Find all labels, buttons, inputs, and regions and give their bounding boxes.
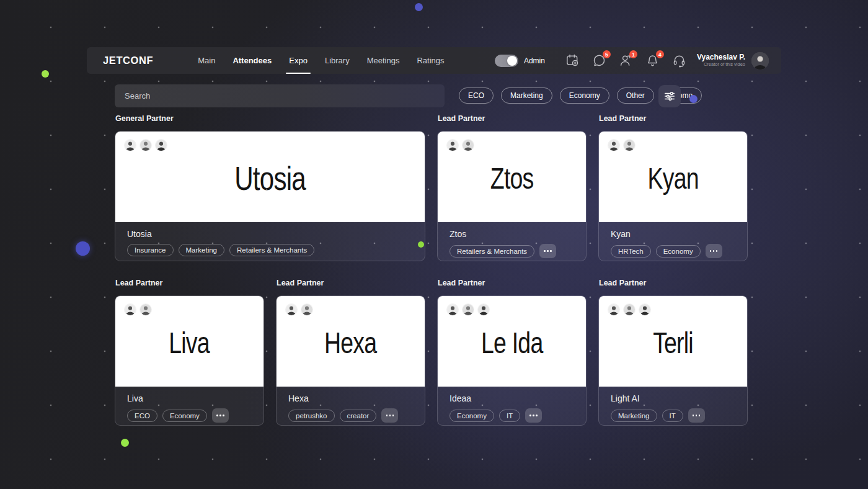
partner-logo-area: Terli [599,296,747,387]
more-options-button[interactable] [706,244,722,258]
partner-avatars [608,140,635,151]
member-avatar[interactable] [301,304,312,315]
decor-dot [121,439,129,447]
partner-tag-economy: Economy [162,410,207,422]
partner-logo-area: Liva [115,296,264,387]
user-avatar[interactable] [751,52,769,70]
member-avatar[interactable] [624,304,635,315]
user-profile-text: Vyacheslav P. Creator of this video [697,53,745,67]
partner-card-le-ida[interactable]: Le Ida Ideaa EconomyIT [437,295,587,426]
member-avatar[interactable] [447,140,458,151]
search-input[interactable] [115,84,445,107]
more-options-button[interactable] [525,408,542,423]
partner-tier-label: Lead Partner [438,279,587,288]
partner-tag-petrushko: petrushko [288,410,335,422]
filter-chip-other[interactable]: Other [617,87,654,104]
member-avatar[interactable] [125,304,136,315]
filter-chip-eco[interactable]: ECO [459,87,494,104]
member-avatar[interactable] [608,304,619,315]
bell-button[interactable]: 4 [645,53,660,68]
partner-name: Utosia [127,229,413,239]
headset-button[interactable] [671,53,687,68]
partner-card-footer: Light AI MarketingIT [599,387,747,425]
member-avatar[interactable] [478,304,489,315]
more-options-button[interactable] [381,408,398,423]
tab-library[interactable]: Library [316,47,358,74]
partner-tag-eco: ECO [127,410,157,422]
member-avatar[interactable] [140,140,151,151]
partner-card-utosia[interactable]: Utosia Utosia InsuranceMarketingRetailer… [115,131,425,261]
member-avatar[interactable] [463,140,474,151]
filter-button[interactable] [658,85,681,107]
partner-tier-label: Lead Partner [599,279,748,288]
tab-expo[interactable]: Expo [280,47,316,74]
sliders-icon [663,89,676,103]
person-add-button[interactable]: 1 [618,53,634,68]
partner-card-kyan[interactable]: Kyan Kyan HRTechEconomy [598,131,748,261]
partner-tag-marketing: Marketing [611,410,657,422]
partner-card-hexa[interactable]: Hexa Hexa petrushkocreator [276,295,425,426]
partner-avatars [608,304,650,315]
partner-tags: MarketingIT [611,408,735,423]
partner-card-footer: Hexa petrushkocreator [277,387,425,425]
chat-button[interactable]: 5 [591,53,607,68]
user-name: Vyacheslav P. [697,53,745,62]
member-avatar[interactable] [624,140,635,151]
partner-tier-label: Lead Partner [277,279,425,288]
partner-logo-area: Utosia [115,132,425,222]
partner-avatars [125,304,151,315]
tab-main[interactable]: Main [189,47,224,74]
partner-tags: InsuranceMarketingRetailers & Merchants [127,244,413,256]
partner-avatars [447,304,489,315]
partner-card-ztos[interactable]: Ztos Ztos Retailers & Merchants [437,131,587,261]
partner-avatars [447,140,474,151]
more-options-button[interactable] [212,408,229,423]
tab-ratings[interactable]: Ratings [408,47,453,74]
partner-logo-area: Kyan [599,132,747,222]
user-avatar-photo [751,52,769,70]
partner-name: Ideaa [450,393,574,403]
filter-chip-marketing[interactable]: Marketing [501,87,552,104]
partner-tier-label: Lead Partner [115,279,264,288]
partner-cell: Lead Partner Kyan Kyan HRTechEconomy [598,114,748,261]
partner-brand-logo: Utosia [234,159,306,197]
partner-tag-economy: Economy [450,410,494,422]
partner-tag-retailers-merchants: Retailers & Merchants [229,244,314,256]
partner-logo-area: Ztos [438,132,586,222]
more-options-button[interactable] [539,244,556,258]
decor-dot [42,70,49,78]
app-stage: JETCONF MainAttendeesExpoLibraryMeetings… [0,0,868,489]
member-avatar[interactable] [286,304,297,315]
member-avatar[interactable] [463,304,474,315]
partner-tags: HRTechEconomy [611,244,735,258]
partner-card-terli[interactable]: Terli Light AI MarketingIT [598,295,748,426]
partner-card-liva[interactable]: Liva Liva ECOEconomy [115,295,264,426]
member-avatar[interactable] [140,304,151,315]
partner-cards-grid: General Partner Utosia Utosia InsuranceM… [115,114,748,426]
member-avatar[interactable] [156,140,167,151]
tab-meetings[interactable]: Meetings [358,47,409,74]
filter-chip-economy[interactable]: Economy [560,87,609,104]
partner-logo-area: Le Ida [438,296,586,387]
partner-cell: General Partner Utosia Utosia InsuranceM… [115,114,425,261]
partner-tier-label: General Partner [115,114,425,123]
member-avatar[interactable] [639,304,650,315]
partner-brand-logo: Hexa [324,326,376,360]
partner-tags: petrushkocreator [288,408,413,423]
member-avatar[interactable] [447,304,458,315]
partner-brand-logo: Terli [653,326,693,360]
calendar-add-button[interactable] [565,53,580,68]
top-navbar: JETCONF MainAttendeesExpoLibraryMeetings… [87,47,781,74]
partner-tag-it: IT [662,410,683,422]
admin-toggle[interactable] [495,55,518,67]
member-avatar[interactable] [125,140,136,151]
user-profile[interactable]: Vyacheslav P. Creator of this video [697,52,769,70]
action-icon-row: 514 [565,53,687,68]
more-options-button[interactable] [688,408,705,423]
partner-tag-it: IT [499,410,520,422]
partner-card-footer: Liva ECOEconomy [115,387,264,425]
partner-tier-label: Lead Partner [599,114,748,123]
member-avatar[interactable] [608,140,619,151]
notification-badge: 1 [629,50,637,58]
tab-attendees[interactable]: Attendees [224,47,280,74]
